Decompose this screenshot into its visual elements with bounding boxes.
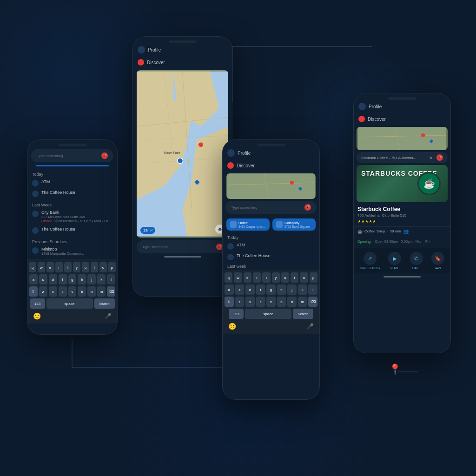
k3-q[interactable]: q [225,272,232,283]
key-o[interactable]: o [99,262,107,272]
key-a[interactable]: a [29,274,38,284]
list-item-coffeehouse-2[interactable]: The Coffee House [27,225,117,236]
k3-f[interactable]: f [256,284,265,295]
key-q[interactable]: q [29,262,36,272]
key-n[interactable]: n [87,286,96,297]
list-item-ministop[interactable]: Ministop 1968 Marquette Common... [27,245,117,258]
k3-n[interactable]: n [287,297,297,307]
k3-s[interactable]: s [235,284,245,295]
nav-discover-4[interactable]: Discover [354,113,450,125]
action-call[interactable]: ✆ CALL [410,252,423,270]
key-h[interactable]: h [78,274,86,284]
key-num[interactable]: 123 [30,298,45,309]
k3-t[interactable]: t [262,272,270,283]
key-space[interactable]: space [46,298,93,309]
emoji-icon-3[interactable]: 🙂 [228,323,236,330]
k3-j[interactable]: j [287,284,297,295]
qa-home[interactable]: Home 3435 Caspar Islan... [226,218,270,231]
k3-m[interactable]: m [298,297,307,307]
k3-y[interactable]: y [272,272,280,283]
k3-l[interactable]: l [308,284,317,295]
k3-space[interactable]: space [245,309,291,319]
key-u[interactable]: u [82,262,89,272]
k3-shift[interactable]: ⇧ [225,297,234,307]
k3-h[interactable]: h [277,284,286,295]
k3-o[interactable]: o [300,272,308,283]
map-thumb-4[interactable] [357,127,448,150]
list-item-atm-1[interactable]: ATM [27,178,117,188]
search-placeholder-1: Type something [37,154,99,158]
key-i[interactable]: i [91,262,98,272]
list-item-citybank[interactable]: City Bank 327 McClynn Mall Suite 365 Clo… [27,208,117,225]
map-area-2[interactable]: New York 12mi² ⊕ [137,70,228,238]
k3-u[interactable]: u [281,272,289,283]
key-shift[interactable]: ⇧ [29,286,38,297]
key-search[interactable]: Search [94,298,115,309]
k3-r[interactable]: r [253,272,261,283]
k3-a[interactable]: a [225,284,234,295]
qa-company[interactable]: Company 5702 Ewell Square [272,218,316,231]
k3-w[interactable]: w [234,272,242,283]
k3-search[interactable]: Search [293,309,313,319]
kb-mic-icon[interactable]: 🎤 [105,313,112,319]
k3-k[interactable]: k [298,284,307,295]
k3-num[interactable]: 123 [229,309,244,319]
k3-e[interactable]: e [244,272,251,283]
nav-profile-3[interactable]: Profile [223,146,319,159]
key-y[interactable]: y [73,262,80,272]
k3-z[interactable]: z [235,297,245,307]
mic-icon-1[interactable]: 🎤 [101,152,108,159]
kb-mic-icon-3[interactable]: 🎤 [307,323,314,330]
key-s[interactable]: s [39,274,47,284]
emoji-icon[interactable]: 🙂 [33,312,41,320]
search-bar-1[interactable]: Type something 🎤 [31,149,113,162]
mic-icon-3[interactable]: 🎤 [304,204,311,211]
key-d[interactable]: d [49,274,57,284]
key-v[interactable]: v [68,286,77,297]
nav-discover-3[interactable]: Discover [223,159,319,172]
key-g[interactable]: g [68,274,77,284]
key-r[interactable]: r [55,262,63,272]
key-b[interactable]: b [78,286,86,297]
action-directions[interactable]: ↗ DIRECTIONS [360,252,380,270]
action-save[interactable]: 🔖 SAVE [431,252,444,270]
key-l[interactable]: l [107,274,115,284]
key-f[interactable]: f [59,274,67,284]
key-del[interactable]: ⌫ [107,286,115,297]
key-c[interactable]: c [59,286,67,297]
map-thumb-3[interactable] [226,173,316,199]
key-m[interactable]: m [97,286,106,297]
list-item-atm-3[interactable]: ATM [223,241,319,251]
key-x[interactable]: x [49,286,57,297]
list-item-coffee-3[interactable]: The Coffee House [223,251,319,262]
k3-del[interactable]: ⌫ [308,297,317,307]
key-t[interactable]: t [64,262,72,272]
mic-icon-4[interactable]: 🎤 [436,154,443,161]
k3-d[interactable]: d [245,284,255,295]
action-start[interactable]: ▶ START [388,252,401,270]
k3-x[interactable]: x [245,297,255,307]
nav-discover-2[interactable]: Discover [133,56,232,68]
kb-bottom-3: 🙂 🎤 [225,321,317,332]
key-p[interactable]: p [108,262,116,272]
k3-c[interactable]: c [256,297,265,307]
k3-i[interactable]: i [291,272,298,283]
nav-profile-4[interactable]: Profile [354,100,450,113]
list-item-coffeehouse-1[interactable]: The Coffee House [27,188,117,199]
key-e[interactable]: e [46,262,54,272]
search-bar-2[interactable]: Type something 🎤 [137,240,228,253]
k3-v[interactable]: v [266,297,276,307]
people-icon: 👥 [403,229,409,234]
key-w[interactable]: w [38,262,45,272]
mic-icon-2[interactable]: 🎤 [216,244,223,250]
search-bar-3[interactable]: Type something 🎤 [225,201,317,214]
nav-profile-2[interactable]: Profile [133,43,232,56]
k3-b[interactable]: b [277,297,286,307]
key-z[interactable]: z [39,286,47,297]
k3-g[interactable]: g [266,284,276,295]
search-bar-4[interactable]: Starbuck Coffee - 793 Aufderhs... ✕ 🎤 [357,152,448,163]
key-k[interactable]: k [97,274,106,284]
key-j[interactable]: j [87,274,96,284]
k3-p[interactable]: p [310,272,317,283]
close-btn-4[interactable]: ✕ [428,155,434,160]
